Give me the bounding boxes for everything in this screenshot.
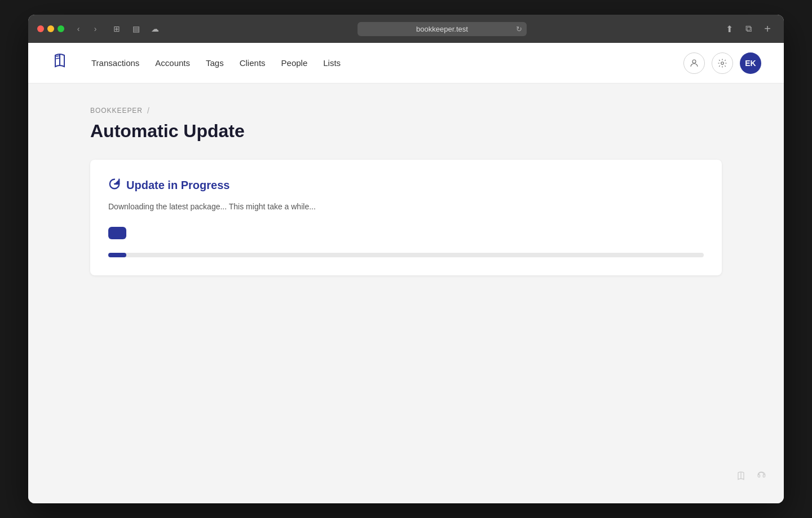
update-header: Update in Progress <box>108 178 704 193</box>
browser-actions: ⬆ ⧉ + <box>722 21 775 36</box>
update-title: Update in Progress <box>126 179 230 192</box>
share-icon[interactable]: ⬆ <box>722 23 736 34</box>
update-description: Downloading the latest package... This m… <box>108 202 704 211</box>
nav-accounts[interactable]: Accounts <box>155 58 190 68</box>
maximize-button[interactable] <box>58 25 64 32</box>
nav-tags[interactable]: Tags <box>206 58 224 68</box>
headset-icon <box>756 470 767 484</box>
update-card: Update in Progress Downloading the lates… <box>90 160 722 275</box>
nav-lists[interactable]: Lists <box>323 58 341 68</box>
nav-people[interactable]: People <box>281 58 308 68</box>
user-icon-button[interactable] <box>683 52 705 74</box>
book-icon <box>735 470 747 484</box>
address-bar-container: bookkeeper.test ↻ <box>169 22 715 36</box>
svg-point-1 <box>721 62 724 64</box>
settings-icon-button[interactable] <box>712 52 733 74</box>
user-avatar[interactable]: EK <box>740 52 761 74</box>
back-button[interactable]: ‹ <box>71 23 86 34</box>
breadcrumb-root: BOOKKEEPER <box>90 107 143 115</box>
minimize-button[interactable] <box>47 25 54 32</box>
nav-buttons: ‹ › <box>71 23 103 34</box>
nav-clients[interactable]: Clients <box>240 58 266 68</box>
reload-icon[interactable]: ↻ <box>516 25 522 33</box>
page-title: Automatic Update <box>90 121 722 142</box>
sidebar-icon[interactable]: ▤ <box>129 23 143 34</box>
nav-right: EK <box>683 52 761 74</box>
bottom-icons <box>735 470 767 484</box>
breadcrumb-separator: / <box>147 106 150 115</box>
url-text: bookkeeper.test <box>416 25 468 33</box>
nav-links: Transactions Accounts Tags Clients Peopl… <box>91 58 341 68</box>
browser-window: ‹ › ⊞ ▤ ☁ bookkeeper.test ↻ ⬆ ⧉ + <box>28 15 784 503</box>
app-content: Transactions Accounts Tags Clients Peopl… <box>28 43 784 503</box>
progress-thumb <box>108 227 126 239</box>
close-button[interactable] <box>37 25 44 32</box>
forward-button[interactable]: › <box>88 23 103 34</box>
breadcrumb: BOOKKEEPER / <box>90 106 722 115</box>
traffic-lights <box>37 25 64 32</box>
progress-bar-container <box>108 253 704 257</box>
svg-point-0 <box>692 60 696 63</box>
progress-bar <box>108 253 126 257</box>
main-content: BOOKKEEPER / Automatic Update Update in … <box>68 84 744 298</box>
browser-icons: ⊞ ▤ ☁ <box>109 23 162 34</box>
app-logo <box>51 52 69 74</box>
new-tab-button[interactable]: + <box>760 21 775 36</box>
nav-left: Transactions Accounts Tags Clients Peopl… <box>51 52 341 74</box>
browser-chrome: ‹ › ⊞ ▤ ☁ bookkeeper.test ↻ ⬆ ⧉ + <box>28 15 784 43</box>
cloud-icon[interactable]: ☁ <box>148 23 162 34</box>
nav-transactions[interactable]: Transactions <box>91 58 139 68</box>
grid-icon[interactable]: ⊞ <box>109 23 124 34</box>
duplicate-icon[interactable]: ⧉ <box>741 23 756 34</box>
update-spinner-icon <box>108 178 121 193</box>
address-bar[interactable]: bookkeeper.test ↻ <box>358 22 527 36</box>
nav-bar: Transactions Accounts Tags Clients Peopl… <box>28 43 784 84</box>
